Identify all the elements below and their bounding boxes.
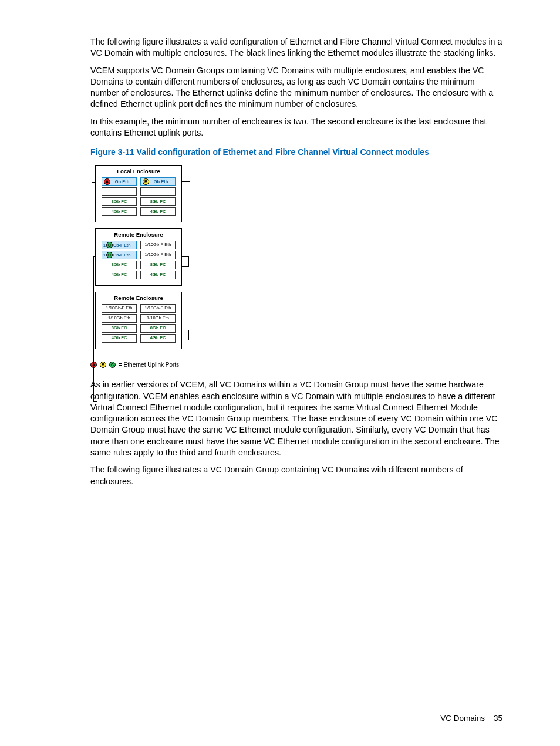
module-fc: 4Gb FC xyxy=(140,207,176,216)
paragraph-3: In this example, the minimum number of e… xyxy=(90,116,502,139)
module-fc: 8Gb FC xyxy=(102,197,137,206)
module-fc: 4Gb FC xyxy=(102,271,137,279)
uplink-badge-c-icon: C xyxy=(109,362,116,368)
module-fc: 4Gb FC xyxy=(102,207,137,216)
legend: A B C = Ethernet Uplink Ports xyxy=(90,361,502,369)
module-eth: B Gb Eth xyxy=(140,177,176,186)
module-fc: 8Gb FC xyxy=(140,197,176,206)
module-eth: 1/10Gb Eth xyxy=(140,314,176,323)
module-fc: 4Gb FC xyxy=(102,334,137,343)
footer-page: 35 xyxy=(494,714,502,723)
module-empty xyxy=(102,187,137,196)
footer-section: VC Domains xyxy=(440,714,485,723)
module-eth: 1/10Gb-F Eth xyxy=(140,304,176,313)
uplink-badge-c-icon: C xyxy=(106,242,113,248)
module-eth: 1/10Gb-F Eth xyxy=(140,241,176,249)
paragraph-5: The following figure illustrates a VC Do… xyxy=(90,464,502,487)
local-enclosure: Local Enclosure A Gb Eth B Gb Eth 8Gb FC… xyxy=(95,165,182,222)
uplink-badge-c-icon: C xyxy=(106,252,113,258)
module-empty xyxy=(140,187,176,196)
module-fc: 4Gb FC xyxy=(140,271,176,279)
paragraph-4: As in earlier versions of VCEM, all VC D… xyxy=(90,379,502,458)
module-fc: 8Gb FC xyxy=(102,324,137,333)
uplink-badge-b-icon: B xyxy=(143,178,149,185)
remote-enclosure-2: Remote Enclosure 1/10Gb-F Eth 1/10Gb-F E… xyxy=(95,292,182,349)
diagram: Local Enclosure A Gb Eth B Gb Eth 8Gb FC… xyxy=(90,165,208,349)
uplink-badge-a-icon: A xyxy=(104,178,110,185)
enclosure-title: Remote Enclosure xyxy=(98,231,179,241)
module-eth: 1 C Gb-F Eth xyxy=(102,251,137,259)
enclosure-title: Remote Enclosure xyxy=(98,294,179,304)
module-eth: 1/10Gb-F Eth xyxy=(102,304,137,313)
page-footer: VC Domains 35 xyxy=(440,713,502,724)
module-fc: 8Gb FC xyxy=(102,261,137,269)
module-fc: 8Gb FC xyxy=(140,261,176,269)
figure-caption: Figure 3-11 Valid configuration of Ether… xyxy=(90,147,502,158)
uplink-badge-b-icon: B xyxy=(100,362,106,368)
remote-enclosure-1: Remote Enclosure 1 C Gb-F Eth 1/10Gb-F E… xyxy=(95,228,182,286)
paragraph-2: VCEM supports VC Domain Groups containin… xyxy=(90,65,502,110)
legend-label: = Ethernet Uplink Ports xyxy=(119,361,179,369)
module-eth: 1/10Gb Eth xyxy=(102,314,137,323)
enclosure-title: Local Enclosure xyxy=(98,167,179,177)
module-eth: 1/10Gb-F Eth xyxy=(140,251,176,259)
module-fc: 4Gb FC xyxy=(140,334,176,343)
module-fc: 8Gb FC xyxy=(140,324,176,333)
paragraph-1: The following figure illustrates a valid… xyxy=(90,36,502,59)
module-eth: 1 C Gb-F Eth xyxy=(102,241,137,249)
module-eth: A Gb Eth xyxy=(102,177,137,186)
